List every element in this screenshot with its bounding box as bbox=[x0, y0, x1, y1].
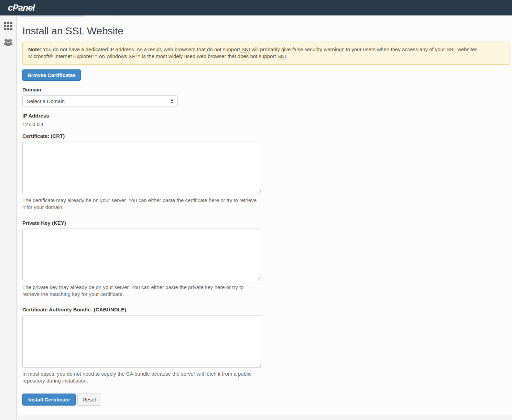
page-title: Install an SSL Website bbox=[22, 25, 510, 37]
ca-bundle-help-text: In most cases, you do not need to supply… bbox=[22, 371, 260, 385]
reset-button[interactable]: Reset bbox=[77, 394, 101, 406]
sni-warning-note: Note: You do not have a dedicated IP add… bbox=[22, 42, 510, 65]
tab-separator bbox=[180, 15, 180, 17]
install-certificate-button[interactable]: Install Certificate bbox=[22, 394, 76, 406]
ip-address-label: IP Address bbox=[22, 113, 510, 119]
active-tab-highlight bbox=[20, 15, 85, 17]
note-label: Note: bbox=[28, 46, 41, 52]
ca-bundle-textarea[interactable] bbox=[22, 315, 261, 368]
resize-handle-icon[interactable] bbox=[257, 364, 261, 367]
domain-select[interactable]: Select a Domain bbox=[22, 95, 178, 107]
note-text: . bbox=[286, 53, 287, 59]
certificate-label: Certificate: (CRT) bbox=[22, 133, 510, 139]
certificate-textarea[interactable] bbox=[22, 142, 261, 194]
tab-separator bbox=[114, 15, 115, 17]
ip-address-value: 127.0.0.1 bbox=[22, 121, 510, 127]
main-content: Install an SSL Website Note: You do not … bbox=[18, 25, 512, 420]
certificate-help-text: The certificate may already be on your s… bbox=[22, 197, 260, 211]
domain-label: Domain bbox=[22, 87, 510, 92]
sni-abbr: SNI bbox=[241, 46, 250, 53]
select-stepper-icon bbox=[171, 99, 173, 103]
page-bottom-strip bbox=[0, 415, 512, 420]
left-sidebar bbox=[0, 15, 17, 420]
user-manager-button[interactable] bbox=[2, 36, 14, 48]
resize-handle-icon[interactable] bbox=[257, 277, 261, 280]
grid-icon bbox=[4, 22, 12, 30]
top-navbar: cPanel bbox=[0, 0, 512, 15]
tab-separator bbox=[87, 15, 87, 17]
note-text: You do not have a dedicated IP address. … bbox=[41, 46, 241, 52]
ca-bundle-label: Certificate Authority Bundle: (CABUNDLE) bbox=[22, 307, 510, 312]
domain-select-value: Select a Domain bbox=[27, 98, 65, 104]
sni-abbr: SNI bbox=[277, 53, 286, 59]
users-icon bbox=[3, 38, 13, 47]
private-key-textarea[interactable] bbox=[22, 229, 261, 281]
private-key-label: Private Key (KEY) bbox=[22, 220, 510, 226]
private-key-help-text: The private key may already be on your s… bbox=[22, 284, 260, 298]
resize-handle-icon[interactable] bbox=[257, 190, 261, 194]
cpanel-logo[interactable]: cPanel bbox=[8, 2, 35, 13]
apps-grid-button[interactable] bbox=[2, 20, 14, 32]
browse-certificates-button[interactable]: Browse Certificates bbox=[22, 69, 81, 81]
